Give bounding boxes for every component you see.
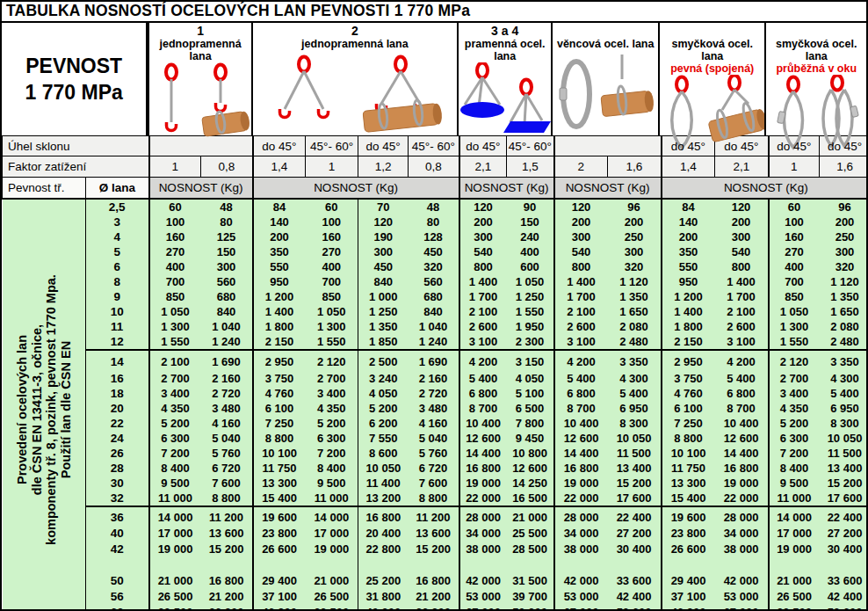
capacity-cell: 15 400 (662, 491, 715, 506)
capacity-cell: 7 550 (358, 431, 409, 446)
capacity-cell: 14 400 (459, 446, 507, 461)
capacity-cell: 6 100 (253, 401, 306, 416)
diameter-cell: 50 (86, 572, 149, 588)
capacity-cell: 1 200 (253, 289, 306, 304)
capacity-cell: 320 (608, 259, 662, 274)
capacity-cell: 1 650 (608, 304, 662, 319)
capacity-cell: 11 000 (149, 491, 201, 506)
table-row: 162 7002 1603 7502 7003 2402 1605 4004 0… (3, 371, 868, 386)
capacity-cell: 120 (554, 199, 608, 215)
capacity-cell: 15 200 (201, 541, 253, 556)
capacity-cell: 48 (409, 199, 459, 215)
capacity-cell: 700 (306, 274, 358, 289)
capacity-cell: 540 (715, 244, 769, 259)
section-sublabel: pevná (spojená) (660, 62, 765, 75)
capacity-cell: 300 (820, 244, 868, 259)
capacity-cell (554, 556, 608, 572)
header-band: PEVNOST 1 770 MPa 1jednopramenná lana2je… (2, 23, 866, 135)
section-header-6: smyčková ocel. lanaprůběžná v oku (764, 23, 866, 135)
capacity-cell: 60 (306, 199, 358, 215)
capacity-cell: 1 000 (358, 289, 409, 304)
capacity-cell: 6 950 (608, 401, 662, 416)
capacity-cell: 31 500 (507, 572, 554, 588)
capacity-cell: 560 (201, 274, 253, 289)
capacity-cell: 850 (306, 289, 358, 304)
diameter-cell: 4 (86, 229, 149, 244)
capacity-cell: 3 750 (253, 371, 306, 386)
capacity-cell: 22 800 (358, 541, 409, 556)
capacity-cell: 1 400 (459, 274, 507, 289)
capacity-cell (306, 556, 358, 572)
diameter-cell: 16 (86, 371, 149, 386)
capacity-cell: 38 000 (459, 541, 507, 556)
sling-single-icon (149, 62, 251, 143)
capacity-cell: 540 (459, 244, 507, 259)
capacity-cell: 84 (253, 199, 306, 215)
capacity-cell: 26 500 (149, 588, 201, 604)
section-header-3: 3 a 4pramenná ocel. lana (457, 23, 552, 135)
capacity-cell: 12 600 (507, 461, 554, 476)
capacity-cell: 11 000 (306, 491, 358, 506)
capacity-cell: 270 (306, 244, 358, 259)
class-label-cell: Pevnost tř. (3, 178, 86, 200)
capacity-cell: 1 550 (306, 334, 358, 350)
capacity-cell: 1 300 (306, 319, 358, 334)
capacity-cell: 2 080 (820, 319, 868, 334)
capacity-cell: 300 (358, 244, 409, 259)
capacity-cell: 7 800 (507, 416, 554, 431)
capacity-cell: 11 000 (769, 491, 820, 506)
capacity-cell: 4 300 (820, 371, 868, 386)
capacity-cell: 13 600 (201, 525, 253, 541)
capacity-cell: 3 350 (820, 350, 868, 371)
capacity-cell: 2 700 (769, 371, 820, 386)
table-row: 3211 0008 80015 40011 00013 2008 80022 0… (3, 491, 868, 506)
capacity-cell: 1 300 (149, 319, 201, 334)
capacity-cell: 450 (358, 259, 409, 274)
strength-header: PEVNOST 1 770 MPa (2, 23, 148, 135)
capacity-cell: 40 200 (358, 604, 409, 611)
capacity-cell: 27 200 (608, 525, 662, 541)
capacity-cell: 400 (149, 259, 201, 274)
table-row: 5626 50021 20037 10026 50031 80021 20053… (3, 588, 868, 604)
capacity-cell: 21 200 (201, 588, 253, 604)
capacity-cell (820, 556, 868, 572)
nosnost-header-cell: NOSNOST (Kg) (253, 178, 459, 200)
capacity-cell: 19 000 (459, 476, 507, 491)
page-title: TABULKA NOSNOSTÍ OCELOVÝCH LAN PEVNOSTI … (2, 2, 866, 23)
section-header-1: 1jednopramenná lana (148, 23, 251, 135)
capacity-cell: 67 000 (459, 604, 507, 611)
capacity-cell (608, 556, 662, 572)
capacity-cell: 400 (507, 244, 554, 259)
capacity-cell: 20 400 (358, 525, 409, 541)
capacity-cell: 1 120 (608, 274, 662, 289)
capacity-cell: 850 (149, 289, 201, 304)
capacity-cell: 8 300 (820, 416, 868, 431)
capacity-cell: 3 150 (507, 350, 554, 371)
capacity-cell: 22 000 (715, 491, 769, 506)
capacity-cell: 6 720 (201, 461, 253, 476)
capacity-cell (201, 556, 253, 572)
capacity-cell: 4 760 (253, 386, 306, 401)
table-row: 3100801401001208020015020020014020010020… (3, 215, 868, 229)
section-label: pramenná ocel. lana (459, 38, 552, 62)
capacity-cell: 21 000 (149, 572, 201, 588)
table-row: 101 0508401 4001 0501 2508402 1001 5502 … (3, 304, 868, 319)
diameter-cell: 36 (86, 506, 149, 525)
capacity-cell: 3 100 (554, 334, 608, 350)
factor-cell: 0,8 (409, 156, 459, 178)
factor-cell: 1,4 (253, 156, 306, 178)
capacity-cell (662, 556, 715, 572)
capacity-cell: 100 (769, 215, 820, 229)
capacity-cell: 14 000 (149, 506, 201, 525)
factor-cell: 1,6 (608, 156, 662, 178)
strength-line1: PEVNOST (25, 53, 122, 79)
factor-cell: 1 (149, 156, 201, 178)
diameter-cell: 12 (86, 334, 149, 350)
capacity-cell: 3 240 (358, 371, 409, 386)
capacity-cell: 11 500 (608, 446, 662, 461)
capacity-cell: 1 550 (769, 334, 820, 350)
capacity-cell: 200 (715, 215, 769, 229)
capacity-cell: 13 300 (662, 476, 715, 491)
capacity-cell: 8 700 (554, 401, 608, 416)
capacity-cell: 11 750 (662, 461, 715, 476)
